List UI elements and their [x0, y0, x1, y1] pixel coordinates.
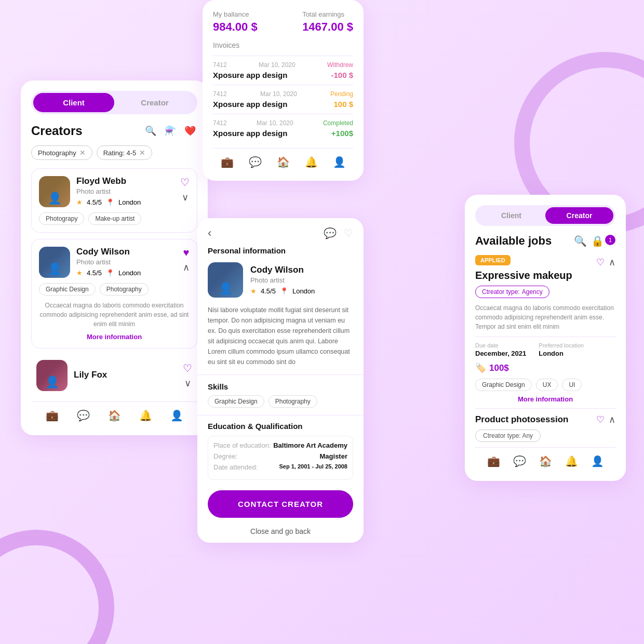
jobs-bottom-nav: 💼 💬 🏠 🔔 👤: [475, 447, 615, 471]
nav-bell[interactable]: 🔔: [139, 409, 152, 422]
jobs-section-divider: [475, 408, 615, 409]
job-0-divider: [475, 337, 615, 337]
price-tag-icon: 🏷️: [475, 363, 486, 373]
cody-actions: ♥ ∧: [183, 247, 190, 273]
job-0-meta: Due date December, 2021 Preferred locati…: [475, 342, 615, 357]
invoice-1-row: Xposure app design 100 $: [213, 100, 353, 109]
search-icon[interactable]: 🔍: [143, 124, 158, 138]
fin-nav-bell[interactable]: 🔔: [305, 156, 318, 168]
jobs-nav-user[interactable]: 👤: [591, 455, 604, 467]
filter-photography: Photography ✕: [31, 145, 92, 160]
job-0-price: 🏷️ 100$: [475, 363, 615, 373]
job-0-badge: APPLIED: [475, 255, 511, 265]
job-1-heart[interactable]: ♡: [596, 414, 605, 425]
remove-photography-filter[interactable]: ✕: [79, 149, 86, 157]
profile-heart-icon[interactable]: ♡: [344, 227, 353, 239]
invoice-1-id: 7412: [213, 90, 227, 98]
edu-place-key: Place of education:: [213, 441, 271, 449]
balance-label: My ballance: [213, 10, 258, 18]
tab-creator[interactable]: Creator: [114, 93, 195, 112]
job-0-more-info[interactable]: More information: [475, 395, 615, 403]
job-0-tag-0: Graphic Design: [475, 379, 532, 391]
invoice-2-top: 7412 Mar 10, 2020 Completed: [213, 119, 353, 127]
lily-heart-btn[interactable]: ♡: [183, 362, 192, 374]
lily-info: Lily Fox: [74, 370, 177, 381]
nav-briefcase[interactable]: 💼: [46, 409, 59, 422]
heart-filter-icon[interactable]: ❤️: [183, 124, 197, 138]
jobs-notif-badge: 1: [605, 235, 615, 245]
job-1-type-chip: Ctreator type: Any: [475, 430, 541, 442]
profile-location-icon: 📍: [280, 287, 288, 295]
jobs-nav-bell[interactable]: 🔔: [565, 455, 578, 467]
fin-nav-user[interactable]: 👤: [333, 156, 346, 168]
edu-table: Place of education: Baltimore Art Academ…: [208, 436, 353, 480]
job-1-type-val: Any: [522, 432, 533, 439]
creators-header: Creators 🔍 ⚗️ ❤️: [31, 124, 197, 138]
tab-client[interactable]: Client: [33, 93, 114, 112]
profile-name: Cody Wilson: [250, 265, 315, 275]
cody-heart-btn[interactable]: ♥: [183, 247, 190, 259]
job-0-chevron[interactable]: ∧: [609, 257, 615, 268]
floyd-location: London: [118, 198, 141, 206]
finance-card: My ballance 984.00 $ Total earnings 1467…: [203, 0, 364, 181]
cody-info: Cody Wilson Photo artist ★ 4.5/5 📍 Londo…: [76, 247, 177, 277]
floyd-chevron-btn[interactable]: ∨: [182, 192, 189, 203]
job-0-title: Expressive makeup: [475, 270, 615, 281]
job-0-location: Preferred location London: [539, 342, 584, 357]
jobs-filter-icon[interactable]: 🔒: [591, 235, 604, 247]
lily-name: Lily Fox: [74, 370, 177, 380]
job-0-location-val: London: [539, 350, 584, 357]
creator-item-floyd: Floyd Webb Photo artist ★ 4.5/5 📍 London…: [31, 168, 197, 233]
floyd-star: ★: [76, 198, 83, 206]
creator-item-cody: Cody Wilson Photo artist ★ 4.5/5 📍 Londo…: [31, 239, 197, 348]
profile-user-info: Cody Wilson Photo artist ★ 4.5/5 📍 Londo…: [250, 265, 315, 295]
job-0-tag-1: UX: [536, 379, 558, 391]
floyd-actions: ♡ ∨: [180, 176, 190, 203]
contact-creator-button[interactable]: CONTACT CREATOR: [208, 490, 353, 518]
jobs-tab-creator[interactable]: Creator: [545, 207, 613, 224]
job-0-type-val: Agency: [522, 288, 543, 296]
remove-rating-filter[interactable]: ✕: [139, 149, 145, 157]
jobs-nav-chat[interactable]: 💬: [513, 455, 526, 467]
skill-tag-1: Photography: [269, 395, 317, 408]
nav-chat[interactable]: 💬: [77, 409, 90, 422]
jobs-tab-client[interactable]: Client: [477, 207, 545, 224]
fin-nav-home[interactable]: 🏠: [277, 156, 290, 168]
jobs-nav-home[interactable]: 🏠: [539, 455, 552, 467]
creators-bottom-nav: 💼 💬 🏠 🔔 👤: [31, 401, 197, 425]
job-0-location-label: Preferred location: [539, 342, 584, 348]
back-button[interactable]: ‹: [208, 226, 211, 240]
fin-nav-briefcase[interactable]: 💼: [221, 156, 234, 168]
lily-chevron-btn[interactable]: ∨: [184, 378, 191, 389]
nav-home[interactable]: 🏠: [108, 409, 121, 422]
nav-user[interactable]: 👤: [170, 409, 183, 422]
job-1-actions: ♡ ∧: [596, 414, 615, 425]
filter-icon[interactable]: ⚗️: [163, 124, 178, 138]
job-0-heart[interactable]: ♡: [596, 257, 605, 268]
cody-chevron-btn[interactable]: ∧: [183, 262, 190, 273]
invoice-1-date: Mar 10, 2020: [260, 90, 297, 98]
cody-tag-0: Graphic Design: [39, 283, 96, 296]
jobs-nav-briefcase[interactable]: 💼: [487, 455, 500, 467]
close-back-button[interactable]: Close and go back: [197, 523, 364, 543]
profile-avatar: [208, 262, 243, 298]
invoice-1: 7412 Mar 10, 2020 Pending Xposure app de…: [213, 85, 353, 114]
job-1-chevron[interactable]: ∧: [609, 414, 615, 425]
invoice-0-status: Withdrew: [327, 61, 353, 69]
job-0-desc: Occaecat magna do laboris commodo exerci…: [475, 303, 615, 331]
cody-meta: ★ 4.5/5 📍 London: [76, 269, 177, 277]
job-0-header: APPLIED ♡ ∧: [475, 255, 615, 270]
job-0-due-label: Due date: [475, 342, 526, 348]
finance-bottom-nav: 💼 💬 🏠 🔔 👤: [213, 148, 353, 170]
fin-nav-chat[interactable]: 💬: [249, 156, 262, 168]
creator-item-lily: Lily Fox ♡ ∨: [31, 355, 197, 396]
invoice-0-top: 7412 Mar 10, 2020 Withdrew: [213, 61, 353, 69]
cody-more-info-btn[interactable]: More information: [39, 333, 190, 341]
floyd-location-icon: 📍: [106, 198, 114, 206]
jobs-search-icon[interactable]: 🔍: [574, 235, 587, 247]
floyd-heart-btn[interactable]: ♡: [180, 176, 190, 189]
profile-top-bar: ‹ 💬 ♡: [197, 218, 364, 246]
job-0-due: Due date December, 2021: [475, 342, 526, 357]
profile-chat-icon[interactable]: 💬: [324, 227, 337, 239]
profile-card: ‹ 💬 ♡ Personal information Cody Wilson P…: [197, 218, 364, 543]
